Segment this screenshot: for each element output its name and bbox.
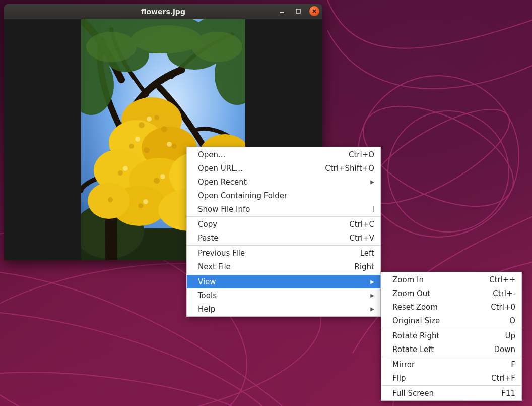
menu-item-label: Previous File	[198, 249, 245, 258]
svg-point-50	[135, 137, 140, 142]
titlebar[interactable]: flowers.jpg	[4, 4, 322, 19]
menu-item-shortcut: Ctrl+C	[349, 220, 374, 229]
menu-item-shortcut: I	[372, 205, 374, 214]
svg-point-51	[167, 142, 172, 147]
menu-item-label: Mirror	[392, 360, 415, 369]
svg-point-49	[147, 117, 152, 122]
context-menu-open-recent[interactable]: Open Recent▶	[187, 175, 380, 189]
menu-item-shortcut: Ctrl+V	[349, 234, 374, 243]
svg-point-36	[154, 115, 159, 120]
context-menu-open-containing-folder[interactable]: Open Containing Folder	[187, 189, 380, 202]
menu-item-shortcut: Ctrl+O	[349, 150, 374, 159]
view-submenu-separator	[381, 328, 521, 328]
minimize-button[interactable]	[277, 6, 287, 16]
svg-point-42	[154, 178, 160, 184]
svg-point-23	[192, 32, 242, 62]
view-submenu-reset-zoom[interactable]: Reset ZoomCtrl+0	[381, 300, 521, 314]
context-menu-help[interactable]: Help▶	[187, 302, 380, 316]
svg-point-35	[139, 122, 145, 128]
view-submenu-rotate-left[interactable]: Rotate LeftDown	[381, 342, 521, 356]
menu-item-shortcut: Ctrl+-	[493, 289, 515, 298]
menu-item-shortcut: O	[509, 316, 515, 325]
svg-point-48	[108, 197, 113, 202]
menu-item-label: Open...	[198, 150, 225, 159]
menu-item-label: View	[198, 277, 216, 286]
context-menu-open[interactable]: Open...Ctrl+O	[187, 148, 380, 161]
context-menu-view[interactable]: View▶	[187, 275, 380, 288]
submenu-arrow-icon: ▶	[370, 293, 374, 298]
svg-point-38	[129, 144, 134, 149]
context-menu-separator	[187, 216, 380, 217]
menu-item-label: Open Containing Folder	[198, 191, 287, 200]
menu-item-label: Rotate Right	[392, 331, 439, 340]
menu-item-shortcut: Up	[505, 331, 515, 340]
context-menu-separator	[187, 274, 380, 274]
context-menu-copy[interactable]: CopyCtrl+C	[187, 217, 380, 231]
menu-item-label: Next File	[198, 262, 231, 271]
menu-item-label: Tools	[198, 291, 217, 300]
close-button[interactable]	[309, 6, 319, 16]
context-menu: Open...Ctrl+OOpen URL...Ctrl+Shift+OOpen…	[186, 147, 381, 317]
view-submenu-separator	[381, 357, 521, 357]
svg-point-40	[172, 144, 177, 149]
menu-item-label: Open URL...	[198, 164, 243, 173]
menu-item-shortcut: Ctrl+Shift+O	[325, 164, 374, 173]
menu-item-label: Rotate Left	[392, 345, 434, 354]
window-controls	[277, 6, 319, 16]
view-submenu-flip[interactable]: FlipCtrl+F	[381, 371, 521, 385]
menu-item-shortcut: Down	[494, 345, 515, 354]
menu-item-label: Original Size	[392, 316, 440, 325]
svg-point-1	[388, 111, 509, 232]
menu-item-label: Paste	[198, 234, 219, 243]
svg-point-52	[123, 166, 128, 171]
view-submenu-zoom-in[interactable]: Zoom InCtrl++	[381, 273, 521, 286]
context-menu-tools[interactable]: Tools▶	[187, 288, 380, 302]
context-menu-next-file[interactable]: Next FileRight	[187, 260, 380, 273]
menu-item-label: Copy	[198, 220, 217, 229]
context-menu-paste[interactable]: PasteCtrl+V	[187, 231, 380, 245]
menu-item-label: Zoom Out	[392, 289, 430, 298]
svg-point-37	[161, 126, 167, 132]
view-submenu-mirror[interactable]: MirrorF	[381, 358, 521, 371]
view-submenu-separator	[381, 385, 521, 386]
view-submenu-original-size[interactable]: Original SizeO	[381, 314, 521, 327]
menu-item-label: Reset Zoom	[392, 303, 438, 312]
svg-point-21	[86, 32, 137, 62]
svg-point-0	[358, 76, 519, 237]
menu-item-label: Show File Info	[198, 205, 250, 214]
menu-item-label: Help	[198, 305, 215, 314]
view-submenu: Zoom InCtrl++Zoom OutCtrl+-Reset ZoomCtr…	[381, 272, 522, 401]
minimize-icon	[279, 8, 285, 14]
maximize-icon	[295, 8, 301, 14]
menu-item-label: Full Screen	[392, 389, 434, 398]
view-submenu-full-screen[interactable]: Full ScreenF11	[381, 386, 521, 400]
svg-point-53	[160, 174, 165, 179]
svg-point-22	[131, 25, 202, 53]
menu-item-shortcut: Ctrl+0	[491, 303, 515, 312]
menu-item-label: Zoom In	[392, 275, 424, 284]
submenu-arrow-icon: ▶	[370, 306, 374, 312]
view-submenu-zoom-out[interactable]: Zoom OutCtrl+-	[381, 286, 521, 300]
menu-item-shortcut: F11	[501, 389, 515, 398]
menu-item-shortcut: Left	[360, 249, 374, 258]
submenu-arrow-icon: ▶	[370, 279, 374, 284]
svg-point-41	[118, 170, 123, 176]
window-title: flowers.jpg	[4, 8, 322, 16]
context-menu-previous-file[interactable]: Previous FileLeft	[187, 246, 380, 260]
submenu-arrow-icon: ▶	[370, 179, 374, 185]
maximize-button[interactable]	[293, 6, 303, 16]
view-submenu-rotate-right[interactable]: Rotate RightUp	[381, 329, 521, 342]
menu-item-shortcut: Ctrl+F	[491, 374, 515, 383]
svg-point-56	[143, 199, 148, 204]
menu-item-label: Flip	[392, 374, 406, 383]
menu-item-shortcut: Right	[355, 262, 375, 271]
menu-item-shortcut: Ctrl++	[489, 275, 515, 284]
menu-item-shortcut: F	[511, 360, 515, 369]
svg-point-39	[144, 147, 150, 153]
svg-rect-7	[296, 9, 300, 13]
context-menu-open-url[interactable]: Open URL...Ctrl+Shift+O	[187, 161, 380, 175]
context-menu-separator	[187, 245, 380, 246]
menu-item-label: Open Recent	[198, 178, 247, 187]
context-menu-show-file-info[interactable]: Show File InfoI	[187, 202, 380, 216]
close-icon	[311, 8, 317, 14]
